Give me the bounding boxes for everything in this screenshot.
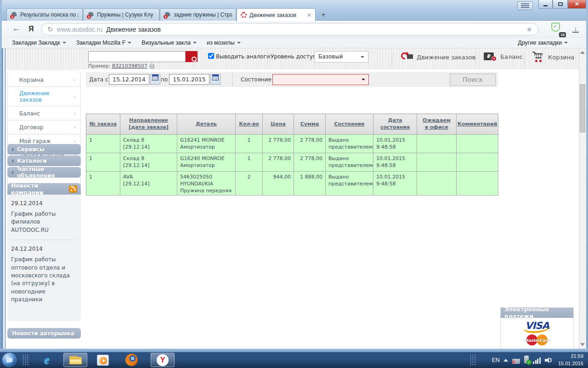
- firefox-icon: [125, 354, 138, 366]
- date-to-label: по: [161, 76, 168, 83]
- folder-icon: [69, 356, 82, 364]
- browser-menu-button[interactable]: [517, 1, 533, 10]
- taskbar-media-player[interactable]: [94, 353, 112, 367]
- cell-sum: 1 888,00: [294, 172, 326, 196]
- search-button[interactable]: [186, 51, 198, 62]
- scrollbar-thumb[interactable]: [580, 84, 585, 132]
- minimize-button[interactable]: [538, 0, 553, 9]
- cart-icon: [532, 52, 544, 62]
- hamburger-icon: [521, 3, 529, 8]
- calendar-to-button[interactable]: [210, 74, 220, 85]
- download-icon[interactable]: ↓: [571, 24, 580, 33]
- scroll-down-arrow[interactable]: [580, 343, 585, 346]
- search-example: Пример: 83210398507?: [88, 63, 155, 69]
- page-viewport: Выводить аналоги Уровень доступа Базовый…: [2, 48, 586, 349]
- media-player-icon: [97, 355, 109, 366]
- date-from-input[interactable]: [109, 74, 149, 85]
- security-shield-button[interactable]: 18: [551, 23, 564, 35]
- column-header[interactable]: Дата состояния: [373, 114, 417, 135]
- news-link[interactable]: График работы оптового отдела и московск…: [11, 256, 77, 304]
- other-bookmarks-button[interactable]: Другие закладки: [518, 40, 568, 46]
- nav-order-movement[interactable]: Движение заказов: [401, 52, 475, 62]
- close-button[interactable]: ✕: [568, 0, 586, 9]
- cell-price: 2 778,00: [263, 135, 294, 153]
- bookmark-folder-3[interactable]: Визуальные закла: [141, 40, 197, 46]
- tab-search-results[interactable]: 3 Результаты поиска по з: [6, 8, 83, 21]
- column-header[interactable]: Цена: [263, 114, 294, 135]
- sidebar-item-balance[interactable]: Баланс›: [8, 107, 80, 121]
- close-icon: ✕: [575, 1, 579, 7]
- taskbar-windows-explorer[interactable]: [63, 353, 87, 367]
- bookmark-folder-4[interactable]: из мозилы: [207, 40, 241, 46]
- date-to-input[interactable]: [169, 74, 209, 85]
- yandex-logo[interactable]: Я: [28, 25, 34, 33]
- state-select[interactable]: [272, 74, 369, 85]
- calendar-from-button[interactable]: [150, 74, 160, 85]
- nav-balance[interactable]: ₽ Баланс: [484, 52, 523, 61]
- maximize-button[interactable]: [553, 0, 568, 9]
- cell-order-no: 1: [86, 172, 120, 196]
- tab-rear-springs[interactable]: 3 задние пружины | Стра: [160, 8, 236, 21]
- sidebar-item-contract[interactable]: Договор›: [8, 121, 80, 134]
- column-header[interactable]: Ожидаем в офисе: [417, 114, 457, 135]
- clock-date: 15.01.2015: [558, 360, 583, 367]
- signal-strength-icon[interactable]: [533, 356, 541, 364]
- taskbar-yandex-browser[interactable]: Y: [151, 353, 175, 367]
- date-from-label: Дата с: [89, 76, 108, 83]
- new-tab-button[interactable]: +: [318, 10, 329, 20]
- sidebar-item-cart[interactable]: Корзина›: [8, 73, 80, 87]
- column-header[interactable]: Кол-во: [236, 114, 263, 135]
- market-news-header[interactable]: Новости авторынка: [7, 328, 81, 339]
- cell-office: [417, 172, 457, 196]
- tab-close-icon[interactable]: ✕: [306, 12, 311, 18]
- triangle-right-icon: [12, 171, 14, 174]
- bookmark-star-icon[interactable]: ★: [526, 25, 532, 34]
- nav-cart[interactable]: Корзина: [532, 52, 574, 62]
- sidebar-section-catalogs[interactable]: Каталоги: [7, 155, 81, 166]
- column-header[interactable]: Деталь: [177, 114, 236, 135]
- hidden-icons-arrow[interactable]: [503, 359, 508, 362]
- show-analogs-label[interactable]: Выводить аналоги: [216, 53, 270, 60]
- bookmark-folder-2[interactable]: Закладки Mozilla F: [76, 40, 132, 46]
- column-header[interactable]: Комментарий: [457, 114, 498, 135]
- rss-icon[interactable]: [69, 185, 77, 193]
- divider: [524, 52, 525, 65]
- sidebar-section-classifieds[interactable]: Частные объявления: [7, 167, 81, 178]
- sidebar-section-services[interactable]: Сервисы: [7, 144, 81, 155]
- address-bar[interactable]: ↻ www.autodoc.ru Движение заказов ★: [41, 23, 538, 35]
- taskbar-clock[interactable]: 21:59 15.01.2015: [556, 353, 583, 367]
- back-button[interactable]: ←: [12, 23, 21, 34]
- tab-springs-suzuki[interactable]: 3 Пружины | Сузуки Клу: [83, 8, 159, 21]
- page-scrollbar[interactable]: [579, 48, 586, 349]
- volume-icon[interactable]: [545, 356, 552, 364]
- taskbar-firefox[interactable]: [122, 353, 141, 367]
- bookmark-folder-1[interactable]: Закладки Закладк: [12, 40, 66, 46]
- tab-order-movement-active[interactable]: Движение заказов ✕: [237, 8, 316, 21]
- language-indicator[interactable]: EN: [492, 357, 500, 363]
- usb-device-icon[interactable]: ✓: [524, 356, 529, 363]
- help-icon[interactable]: ?: [149, 63, 155, 69]
- taskbar-internet-explorer[interactable]: e: [38, 353, 56, 367]
- sidebar-item-order-movement[interactable]: Движение заказов›: [8, 87, 80, 107]
- part-search-input[interactable]: [88, 51, 186, 62]
- column-header[interactable]: Состояние: [326, 114, 373, 135]
- news-link[interactable]: График работы филиалов AUTODOC.RU: [11, 210, 77, 234]
- show-analogs-checkbox[interactable]: [208, 53, 214, 59]
- column-header[interactable]: Направление [дата заказа]: [120, 114, 177, 135]
- filter-search-button[interactable]: Поиск: [450, 74, 496, 86]
- column-header[interactable]: № заказа: [86, 114, 120, 135]
- network-disconnected-icon[interactable]: ✕: [512, 356, 520, 364]
- start-button[interactable]: [2, 353, 17, 367]
- window-frame-left: [0, 0, 2, 352]
- reload-icon[interactable]: ↻: [47, 25, 53, 34]
- spring-favicon: 3: [87, 12, 94, 18]
- column-header[interactable]: Сумма: [294, 114, 326, 135]
- cell-price: 944,00: [263, 172, 294, 196]
- example-link[interactable]: 83210398507: [112, 63, 147, 69]
- access-level-select[interactable]: Базовый: [314, 51, 368, 63]
- chevron-down-icon: [237, 42, 241, 44]
- company-news-header[interactable]: Новости компании: [7, 183, 81, 195]
- autodoc-favicon: [241, 12, 247, 18]
- orders-table: № заказа Направление [дата заказа] Детал…: [86, 114, 498, 196]
- scroll-up-arrow[interactable]: [580, 51, 585, 54]
